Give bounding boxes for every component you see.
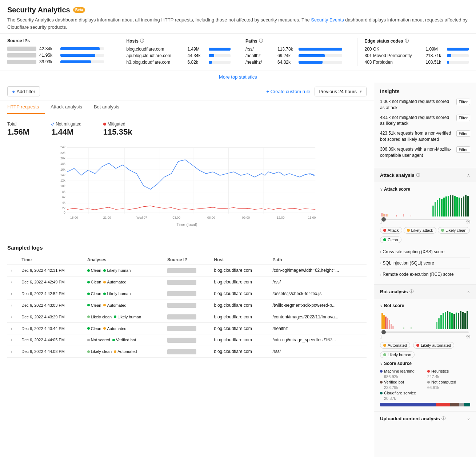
red-line [67, 206, 316, 210]
security-events-link[interactable]: Security Events [311, 17, 344, 23]
bot-analysis-info-icon[interactable]: ⓘ [409, 289, 413, 294]
insight-filter-button[interactable]: Filter [456, 115, 470, 121]
cf-service-dot [380, 392, 383, 394]
stat-row: /healthz 69.24k [245, 53, 350, 58]
expand-button[interactable]: › [10, 303, 13, 308]
sqli-score-item[interactable]: › SQL injection (SQLi) score [380, 257, 470, 269]
expand-button[interactable]: › [10, 268, 13, 273]
ip-placeholder [7, 47, 36, 51]
expand-cell[interactable]: › [7, 288, 19, 299]
expand-button[interactable]: › [10, 349, 13, 354]
bot-analysis-header[interactable]: Bot analysis ⓘ ∧ [374, 285, 476, 299]
likely-automated-dot [416, 344, 419, 347]
expand-cell[interactable]: › [7, 311, 19, 323]
attack-analysis-section: Attack analysis ⓘ ∧ ∨ Attack score [374, 168, 476, 285]
host-cell: blog.cloudflare.com [211, 323, 270, 334]
likely-clean-dot [441, 229, 444, 232]
stat-row: blog.cloudflare.com 1.49M [127, 47, 231, 52]
insight-filter-button[interactable]: Filter [456, 130, 470, 137]
badge-label: Clean [91, 291, 101, 296]
paths-info-icon[interactable]: ⓘ [259, 38, 263, 44]
not-mitigated-label: Not mitigated [56, 122, 81, 127]
bot-analysis-body: ∨ Bot score [374, 299, 476, 411]
svg-rect-80 [460, 311, 461, 329]
edge-status-info-icon[interactable]: ⓘ [405, 38, 409, 44]
tab-http-requests[interactable]: HTTP requests [7, 100, 45, 114]
likely-attack-tag[interactable]: Likely attack [404, 227, 437, 234]
tab-attack-analysis[interactable]: Attack analysis [51, 100, 88, 114]
attack-tag[interactable]: Attack [380, 227, 402, 234]
table-row: › Dec 6, 2022 4:44:05 PM Not scored Veri… [7, 334, 367, 346]
expand-button[interactable]: › [10, 337, 13, 343]
svg-rect-60 [381, 313, 383, 329]
mitigated-value: 115.35k [103, 127, 132, 137]
analysis-badge: Clean [87, 280, 101, 284]
svg-rect-44 [435, 202, 436, 216]
likely-clean-tag[interactable]: Likely clean [438, 227, 469, 234]
expand-cell[interactable]: › [7, 299, 19, 311]
badge-label: Automated [117, 349, 137, 354]
bot-slider-thumb[interactable] [381, 330, 386, 334]
create-custom-rule-button[interactable]: + Create custom rule [266, 89, 310, 94]
expand-cell[interactable]: › [7, 323, 19, 334]
time-selector[interactable]: Previous 24 hours ▼ [315, 87, 367, 96]
clean-dot [383, 238, 386, 241]
add-filter-button[interactable]: ● Add filter [7, 86, 40, 96]
stat-bar [447, 54, 451, 57]
attack-analysis-info-icon[interactable]: ⓘ [416, 172, 420, 178]
analysis-badge: Automated [103, 280, 126, 284]
svg-text:21:00: 21:00 [103, 216, 111, 219]
host-cell: blog.cloudflare.com [211, 299, 270, 311]
time-cell: Dec 6, 2022 4:42:49 PM [19, 276, 84, 288]
insight-text: 423.51k requests from a non-verified bot… [380, 130, 454, 143]
chart-wrapper: 24k 22k 20k 18k 16k 14k 12k 10k 8k 6k 4k… [7, 144, 367, 231]
mitigated-label: Mitigated [108, 122, 125, 127]
host-text: blog.cloudflare.com [214, 349, 252, 354]
expand-button[interactable]: › [10, 326, 13, 331]
path-text: /healthz [273, 326, 288, 331]
chevron-down-icon: ▼ [359, 90, 363, 94]
more-stats-link[interactable]: More top statistics [219, 74, 257, 80]
insight-filter-button[interactable]: Filter [456, 99, 470, 105]
hosts-info-icon[interactable]: ⓘ [140, 38, 144, 44]
expand-cell[interactable]: › [7, 346, 19, 357]
path-col-header: Path [270, 255, 367, 265]
badge-dot [103, 327, 106, 330]
path-cell: /cdn-cgi/image/width=62,height=... [270, 265, 367, 277]
likely-automated-tag[interactable]: Likely automated [413, 342, 454, 349]
expand-button[interactable]: › [10, 314, 13, 320]
analysis-badge: Clean [87, 303, 101, 307]
automated-tag[interactable]: Automated [380, 342, 410, 349]
insight-filter-button[interactable]: Filter [456, 146, 470, 153]
expand-cell[interactable]: › [7, 334, 19, 346]
analyses-col-header: Analyses [84, 255, 164, 265]
xss-score-item[interactable]: › Cross-site scripting (XSS) score [380, 246, 470, 257]
x-axis-label: Time (local) [7, 222, 367, 227]
total-label-text: Total [7, 122, 16, 127]
table-row: › Dec 6, 2022 4:43:44 PM Clean Automated… [7, 323, 367, 334]
total-value: 1.56M [7, 127, 29, 137]
expand-button[interactable]: › [10, 291, 13, 297]
path-cell: /rss/ [270, 276, 367, 288]
badge-dot [114, 315, 116, 318]
path-text: /cdn-cgi/mirage_speedtest/167... [273, 337, 336, 342]
host-cell: blog.cloudflare.com [211, 288, 270, 299]
time-col-header: Time [19, 255, 84, 265]
attack-analysis-header[interactable]: Attack analysis ⓘ ∧ [374, 168, 476, 182]
expand-button[interactable]: › [10, 279, 13, 285]
clean-tag[interactable]: Clean [380, 237, 401, 243]
uploaded-content-info-icon[interactable]: ⓘ [441, 416, 445, 421]
tab-bot-analysis[interactable]: Bot analysis [94, 100, 125, 114]
uploaded-content-header[interactable]: Uploaded content analysis ⓘ ∨ [374, 412, 476, 426]
badge-label: Clean [91, 303, 101, 307]
likely-human-tag[interactable]: Likely human [380, 351, 415, 358]
expand-cell[interactable]: › [7, 265, 19, 277]
rce-score-item[interactable]: › Remote code execution (RCE) score [380, 269, 470, 280]
svg-rect-53 [454, 196, 456, 216]
expand-cell[interactable]: › [7, 276, 19, 288]
analysis-badge: Verified bot [112, 338, 136, 342]
caret-icon: › [380, 273, 381, 277]
insight-text: 306.89k requests with a non-Mozilla-comp… [380, 146, 454, 159]
badge-dot [87, 281, 90, 283]
analysis-badge: Clean [87, 291, 101, 296]
